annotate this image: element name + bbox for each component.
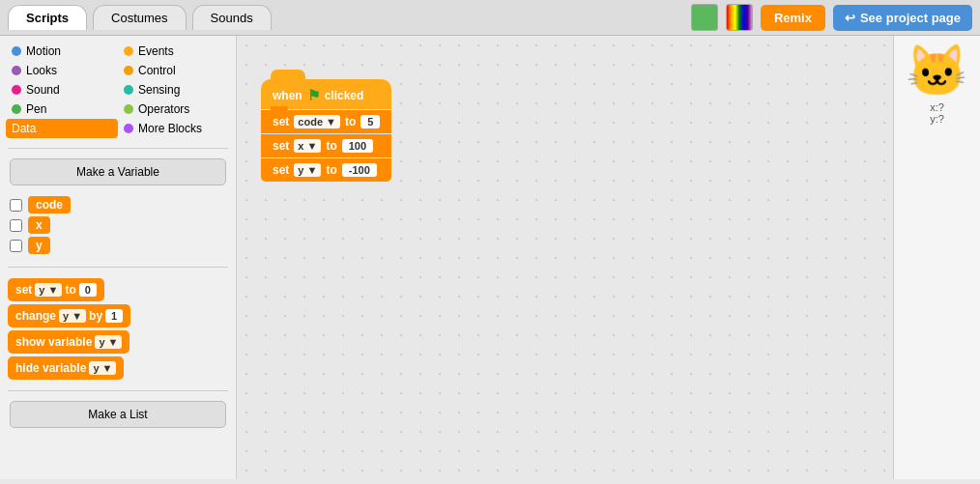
variable-x: x — [10, 216, 226, 234]
change-label: change — [15, 309, 56, 323]
tab-sounds[interactable]: Sounds — [192, 5, 272, 30]
left-panel: Motion Events Looks Control Sound — [0, 36, 237, 479]
data-blocks: set y ▼ to 0 change y ▼ by 1 show variab… — [0, 271, 236, 386]
green-swatch[interactable] — [691, 4, 718, 31]
motion-dot — [12, 46, 21, 56]
set-label-code: set — [273, 115, 289, 128]
green-flag-icon: ⚑ — [307, 87, 320, 104]
looks-dot — [12, 66, 21, 75]
script-block-group: when ⚑ clicked set code ▼ to 5 set x ▼ t… — [261, 79, 391, 182]
divider-2 — [8, 267, 228, 268]
val-0[interactable]: 0 — [79, 283, 97, 297]
rainbow-swatch[interactable] — [726, 4, 753, 31]
to-label-y: to — [326, 163, 336, 177]
top-bar: Scripts Costumes Sounds Remix ↩ See proj… — [0, 0, 980, 36]
y-select-1[interactable]: y ▼ — [35, 283, 62, 297]
data-label: Data — [12, 122, 36, 135]
see-project-label: See project page — [860, 11, 961, 25]
see-project-button[interactable]: ↩ See project page — [833, 5, 972, 31]
make-variable-button[interactable]: Make a Variable — [10, 158, 226, 185]
cat-motion[interactable]: Motion — [6, 42, 118, 61]
variable-y: y — [10, 237, 226, 254]
sensing-dot — [124, 85, 133, 95]
when-label: when — [273, 89, 303, 102]
code-checkbox[interactable] — [10, 199, 22, 212]
pen-dot — [12, 104, 21, 114]
x-select[interactable]: x ▼ — [294, 139, 321, 153]
make-list-button[interactable]: Make a List — [10, 401, 226, 428]
top-bar-right: Remix ↩ See project page — [691, 4, 972, 31]
clicked-label: clicked — [325, 89, 364, 102]
code-select[interactable]: code ▼ — [294, 115, 340, 128]
hide-label: hide variable — [15, 361, 86, 375]
y-checkbox[interactable] — [10, 240, 22, 252]
val-5[interactable]: 5 — [360, 115, 380, 128]
y-select-script[interactable]: y ▼ — [294, 163, 321, 177]
tab-costumes[interactable]: Costumes — [93, 5, 187, 30]
hide-variable-block[interactable]: hide variable y ▼ — [8, 356, 124, 380]
divider-1 — [8, 148, 228, 149]
show-variable-block[interactable]: show variable y ▼ — [8, 330, 130, 354]
sprite-y-coord: y:? — [930, 113, 944, 125]
pen-label: Pen — [26, 102, 46, 116]
cat-operators[interactable]: Operators — [118, 100, 230, 119]
script-canvas: ? when ⚑ clicked set code ▼ to 5 — [237, 36, 980, 479]
set-y-script-block[interactable]: set y ▼ to -100 — [261, 158, 391, 182]
motion-label: Motion — [26, 44, 61, 58]
y-select-4[interactable]: y ▼ — [89, 361, 116, 375]
sensing-label: Sensing — [138, 83, 180, 97]
x-checkbox[interactable] — [10, 219, 22, 232]
sprite-area: 🐱 x:? y:? — [893, 36, 980, 479]
set-x-block[interactable]: set x ▼ to 100 — [261, 134, 391, 157]
looks-label: Looks — [26, 64, 57, 77]
events-dot — [124, 46, 133, 56]
y-select-2[interactable]: y ▼ — [59, 309, 86, 323]
cat-sensing[interactable]: Sensing — [118, 80, 230, 100]
variable-list: code x y — [0, 191, 236, 259]
set-label-y-script: set — [273, 163, 289, 177]
sound-dot — [12, 85, 21, 95]
to-label-1: to — [65, 283, 75, 297]
val-100[interactable]: 100 — [342, 139, 373, 153]
val-1[interactable]: 1 — [105, 309, 123, 323]
cat-more-blocks[interactable]: More Blocks — [118, 119, 230, 138]
remix-button[interactable]: Remix — [761, 5, 825, 31]
more-blocks-dot — [124, 124, 133, 133]
x-badge: x — [28, 216, 50, 234]
control-label: Control — [138, 64, 176, 77]
set-code-block[interactable]: set code ▼ to 5 — [261, 110, 391, 133]
divider-3 — [8, 390, 228, 391]
cat-control[interactable]: Control — [118, 61, 230, 80]
cat-looks[interactable]: Looks — [6, 61, 118, 80]
sprite-cat: 🐱 — [906, 45, 968, 96]
when-flag-hat[interactable]: when ⚑ clicked — [261, 79, 391, 109]
set-y-block[interactable]: set y ▼ to 0 — [8, 278, 104, 301]
val-neg100[interactable]: -100 — [342, 163, 377, 177]
change-y-block[interactable]: change y ▼ by 1 — [8, 304, 130, 327]
code-badge: code — [28, 196, 71, 214]
operators-label: Operators — [138, 102, 189, 116]
variable-code: code — [10, 196, 226, 214]
set-label-x: set — [273, 139, 289, 153]
to-label-x: to — [326, 139, 336, 153]
events-label: Events — [138, 44, 174, 58]
arrow-icon: ↩ — [845, 11, 855, 25]
tab-scripts[interactable]: Scripts — [8, 5, 87, 30]
more-blocks-label: More Blocks — [138, 122, 202, 135]
category-grid: Motion Events Looks Control Sound — [0, 36, 236, 144]
app-container: Scripts Costumes Sounds Remix ↩ See proj… — [0, 0, 980, 484]
cat-pen[interactable]: Pen — [6, 100, 118, 119]
cat-sound[interactable]: Sound — [6, 80, 118, 100]
sprite-x-coord: x:? — [930, 101, 944, 113]
to-label-code: to — [345, 115, 356, 128]
y-select-3[interactable]: y ▼ — [95, 335, 122, 349]
main-content: Motion Events Looks Control Sound — [0, 36, 980, 479]
sound-label: Sound — [26, 83, 60, 97]
control-dot — [124, 66, 133, 75]
cat-events[interactable]: Events — [118, 42, 230, 61]
show-label: show variable — [15, 335, 92, 349]
set-label-1: set — [15, 283, 32, 297]
operators-dot — [124, 104, 133, 114]
cat-data[interactable]: Data — [6, 119, 118, 138]
y-badge: y — [28, 237, 50, 254]
